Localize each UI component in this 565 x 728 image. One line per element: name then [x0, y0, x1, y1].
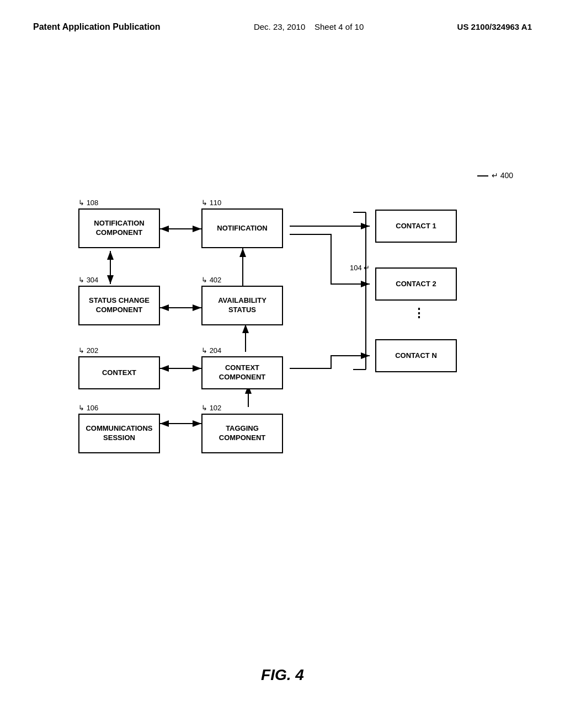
- ref-304: ↳ 304: [78, 276, 98, 284]
- contactn-box: CONTACT N: [375, 339, 457, 372]
- communications-session-box: COMMUNICATIONS SESSION: [78, 414, 160, 453]
- ref-402: ↳ 402: [201, 276, 221, 284]
- ref-102: ↳ 102: [201, 404, 221, 412]
- notification-component-box: NOTIFICATION COMPONENT: [78, 208, 160, 248]
- context-box: CONTEXT: [78, 356, 160, 389]
- status-change-box: STATUS CHANGE COMPONENT: [78, 286, 160, 325]
- contact2-box: CONTACT 2: [375, 267, 457, 301]
- diagram-area: ↵ 400 ↳ 108 NOTIFICATION COMPONENT ↳ 110…: [44, 165, 519, 507]
- context-component-box: CONTEXT COMPONENT: [201, 356, 283, 389]
- contact1-box: CONTACT 1: [375, 210, 457, 243]
- ref-204: ↳ 204: [201, 346, 221, 355]
- ellipsis: ⋮: [413, 306, 425, 320]
- page-header: Patent Application Publication Dec. 23, …: [0, 0, 565, 43]
- tagging-component-box: TAGGING COMPONENT: [201, 414, 283, 453]
- notification-box: NOTIFICATION: [201, 208, 283, 248]
- publication-title: Patent Application Publication: [33, 22, 161, 32]
- publication-date: Dec. 23, 2010: [254, 22, 305, 31]
- ref-106: ↳ 106: [78, 404, 98, 412]
- figure-label: FIG. 4: [261, 666, 304, 684]
- availability-status-box: AVAILABILITY STATUS: [201, 286, 283, 325]
- ref-400: ↵ 400: [477, 171, 513, 180]
- ref-202: ↳ 202: [78, 346, 98, 355]
- patent-number: US 2100/324963 A1: [457, 22, 532, 31]
- ref-110: ↳ 110: [201, 199, 221, 207]
- header-center: Dec. 23, 2010 Sheet 4 of 10: [254, 22, 364, 31]
- ref-108: ↳ 108: [78, 199, 98, 207]
- ref-104: 104 ↵: [350, 264, 370, 272]
- sheet-info: Sheet 4 of 10: [315, 22, 364, 31]
